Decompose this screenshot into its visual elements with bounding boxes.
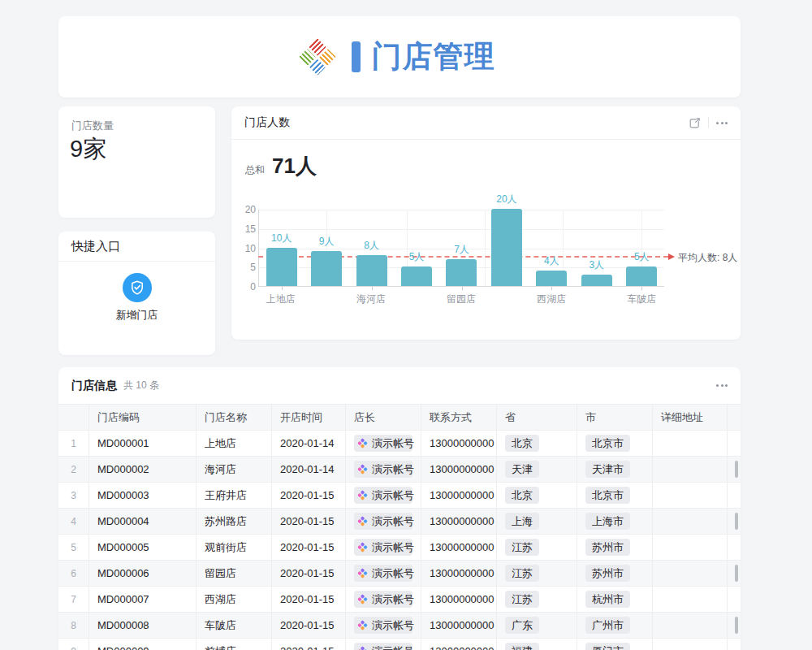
cell-store-code: MD000004 [89,509,197,534]
header-cell: 门店编码 [89,405,197,430]
chart-card-header: 门店人数 [231,106,741,140]
x-axis-label [394,292,439,306]
avatar-icon [357,516,368,526]
chart-bar[interactable] [581,275,612,286]
y-axis-labels: 05101520 [236,106,256,340]
x-axis-tick [372,287,373,290]
average-line-label: 平均人数: 8人 [678,251,737,265]
bar-slot: 9人 [304,210,348,286]
cell-address [653,639,728,650]
cell-partial [728,587,741,612]
bar-slot: 20人 [484,210,529,286]
cell-open-date: 2020-01-15 [272,483,346,508]
cell-row-number: 4 [58,509,89,534]
chart-bar[interactable] [491,209,522,286]
chart-bar[interactable] [626,266,657,286]
chart-bar[interactable] [266,248,297,287]
x-axis-label: 西湖店 [529,292,574,306]
cell-manager: 演示帐号 [346,613,421,638]
cell-address [653,431,728,456]
avatar-icon [357,646,368,650]
table-row[interactable]: 3MD000003王府井店2020-01-15演示帐号13000000000北京… [58,483,741,509]
chart-bar[interactable] [356,255,387,286]
avatar-icon [357,542,368,552]
cell-province: 北京 [497,431,577,456]
expand-icon[interactable] [689,117,701,128]
more-icon[interactable] [716,122,728,124]
table-scrollbar-thumb[interactable] [735,513,738,530]
table-scrollbar-thumb[interactable] [735,617,738,634]
add-store-label: 新增门店 [58,308,215,323]
bar-value-label: 8人 [349,239,394,253]
cell-province: 江苏 [497,561,577,586]
cell-city: 杭州市 [577,587,653,612]
manager-chip: 演示帐号 [354,617,412,634]
shield-check-icon[interactable] [123,273,152,302]
manager-chip: 演示帐号 [354,565,412,582]
table-scrollbar-thumb[interactable] [735,461,738,478]
bar-slot: 7人 [439,210,484,286]
manager-chip: 演示帐号 [354,461,412,478]
table-row[interactable]: 7MD000007西湖店2020-01-15演示帐号13000000000江苏杭… [58,587,741,613]
cell-province: 北京 [497,483,577,508]
table-more-icon[interactable] [716,384,728,387]
record-count: 共 10 条 [123,379,159,392]
icon-divider [708,117,709,128]
table-row[interactable]: 6MD000006留园店2020-01-15演示帐号13000000000江苏苏… [58,561,741,587]
table-row[interactable]: 8MD000008车陂店2020-01-15演示帐号13000000000广东广… [58,613,741,639]
cell-open-date: 2020-01-14 [272,457,346,482]
cell-store-code: MD000007 [89,587,197,612]
y-axis-tick-label: 15 [245,223,256,235]
cell-manager: 演示帐号 [346,483,421,508]
table-scrollbar-thumb[interactable] [735,565,738,582]
bar-value-label: 5人 [394,250,438,264]
cell-province: 江苏 [497,535,577,560]
cell-open-date: 2020-01-15 [272,509,346,534]
cell-address [653,457,728,482]
table-row[interactable]: 1MD000001上地店2020-01-14演示帐号13000000000北京北… [58,431,741,457]
manager-name: 演示帐号 [372,488,414,503]
x-axis-label [484,292,529,306]
cell-phone: 13000000000 [421,509,497,534]
table-row[interactable]: 4MD000004苏州路店2020-01-15演示帐号13000000000上海… [58,509,741,535]
cell-partial [728,561,741,586]
chart-bar[interactable] [536,271,567,286]
chart-bar[interactable] [311,251,342,286]
headcount-chart-card: 门店人数 总和 71人 05101520 10人9人8人5人7人20人4人3人5… [231,106,741,340]
city-tag: 天津市 [585,461,630,478]
cell-province: 上海 [497,509,577,534]
cell-open-date: 2020-01-15 [272,613,346,638]
avatar-icon [357,594,368,604]
cell-address [653,587,728,612]
cell-open-date: 2020-01-15 [272,535,346,560]
cell-open-date: 2020-01-15 [272,639,346,650]
cell-row-number: 7 [58,587,89,612]
x-axis-label: 上地店 [258,292,304,306]
table-row[interactable]: 9MD000009前埔店2020-01-15演示帐号13000000000福建厦… [58,639,741,650]
city-tag: 厦门市 [585,643,630,650]
chart-bar[interactable] [401,266,432,286]
store-info-card: 门店信息 共 10 条 门店编码门店名称开店时间店长联系方式省市详细地址 1MD… [58,367,741,650]
app-logo-icon [299,38,335,75]
cell-phone: 13000000000 [421,613,497,638]
cell-city: 北京市 [577,483,653,508]
x-axis-label [304,292,349,306]
cell-store-code: MD000008 [89,613,197,638]
cell-phone: 13000000000 [421,639,497,650]
table-row[interactable]: 5MD000005观前街店2020-01-15演示帐号13000000000江苏… [58,535,741,561]
add-store-action[interactable]: 新增门店 [58,273,215,323]
chart-bar[interactable] [446,259,477,286]
manager-name: 演示帐号 [372,644,414,650]
chart-plot: 10人9人8人5人7人20人4人3人5人 [258,210,664,287]
x-axis-label: 海河店 [348,292,394,306]
manager-name: 演示帐号 [372,592,414,607]
table-row[interactable]: 2MD000002海河店2020-01-14演示帐号13000000000天津天… [58,457,741,483]
manager-chip: 演示帐号 [354,435,412,452]
cell-row-number: 6 [58,561,89,586]
cell-store-name: 西湖店 [197,587,272,612]
quick-entry-card: 快捷入口 新增门店 [58,232,215,355]
x-axis-tick [282,287,283,290]
header-cell: 开店时间 [272,405,346,430]
province-tag: 北京 [505,487,539,504]
cell-store-name: 上地店 [197,431,272,456]
